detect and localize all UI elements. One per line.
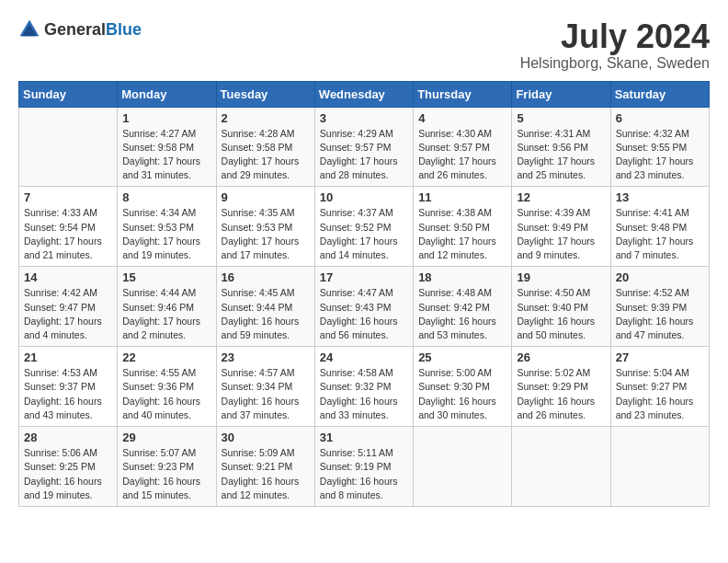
day-of-week-header: Tuesday	[216, 81, 314, 107]
day-info: Sunrise: 5:07 AM Sunset: 9:23 PM Dayligh…	[122, 446, 210, 502]
day-number: 3	[320, 111, 408, 125]
day-info: Sunrise: 4:57 AM Sunset: 9:34 PM Dayligh…	[222, 366, 310, 422]
day-info: Sunrise: 5:11 AM Sunset: 9:19 PM Dayligh…	[320, 446, 408, 502]
day-number: 17	[320, 270, 408, 284]
month-year: July 2024	[520, 18, 710, 55]
day-info: Sunrise: 4:55 AM Sunset: 9:36 PM Dayligh…	[122, 366, 210, 422]
calendar-cell: 26Sunrise: 5:02 AM Sunset: 9:29 PM Dayli…	[512, 347, 610, 427]
day-number: 20	[616, 270, 704, 284]
day-number: 30	[222, 431, 310, 444]
day-number: 15	[122, 270, 210, 284]
day-info: Sunrise: 5:04 AM Sunset: 9:27 PM Dayligh…	[616, 366, 704, 422]
day-number: 5	[517, 111, 605, 125]
day-number: 10	[320, 190, 408, 204]
day-number: 21	[24, 350, 112, 364]
day-info: Sunrise: 5:02 AM Sunset: 9:29 PM Dayligh…	[517, 366, 605, 422]
calendar-cell: 4Sunrise: 4:30 AM Sunset: 9:57 PM Daylig…	[414, 107, 512, 187]
day-info: Sunrise: 4:47 AM Sunset: 9:43 PM Dayligh…	[320, 286, 408, 342]
day-number: 11	[418, 190, 506, 204]
calendar-cell: 30Sunrise: 5:09 AM Sunset: 9:21 PM Dayli…	[216, 427, 314, 507]
day-number: 26	[517, 350, 605, 364]
calendar-cell: 2Sunrise: 4:28 AM Sunset: 9:58 PM Daylig…	[216, 107, 314, 187]
day-number: 27	[616, 350, 704, 364]
calendar-cell: 22Sunrise: 4:55 AM Sunset: 9:36 PM Dayli…	[118, 347, 216, 427]
logo: GeneralBlue	[18, 18, 142, 40]
day-info: Sunrise: 4:38 AM Sunset: 9:50 PM Dayligh…	[418, 206, 506, 262]
day-info: Sunrise: 4:30 AM Sunset: 9:57 PM Dayligh…	[418, 127, 506, 183]
calendar-cell: 9Sunrise: 4:35 AM Sunset: 9:53 PM Daylig…	[216, 187, 314, 267]
day-number: 4	[418, 111, 506, 125]
calendar-cell: 20Sunrise: 4:52 AM Sunset: 9:39 PM Dayli…	[610, 267, 709, 347]
calendar-week-row: 21Sunrise: 4:53 AM Sunset: 9:37 PM Dayli…	[19, 347, 710, 427]
calendar-cell: 17Sunrise: 4:47 AM Sunset: 9:43 PM Dayli…	[314, 267, 413, 347]
day-number: 23	[222, 350, 310, 364]
day-of-week-header: Wednesday	[314, 81, 413, 107]
calendar-cell: 18Sunrise: 4:48 AM Sunset: 9:42 PM Dayli…	[414, 267, 512, 347]
day-info: Sunrise: 4:50 AM Sunset: 9:40 PM Dayligh…	[517, 286, 605, 342]
calendar-cell: 29Sunrise: 5:07 AM Sunset: 9:23 PM Dayli…	[118, 427, 216, 507]
calendar-cell: 27Sunrise: 5:04 AM Sunset: 9:27 PM Dayli…	[610, 347, 709, 427]
day-number: 29	[122, 431, 210, 444]
day-info: Sunrise: 5:06 AM Sunset: 9:25 PM Dayligh…	[24, 446, 112, 502]
day-number: 25	[418, 350, 506, 364]
calendar-cell: 16Sunrise: 4:45 AM Sunset: 9:44 PM Dayli…	[216, 267, 314, 347]
calendar-cell	[414, 427, 512, 507]
day-info: Sunrise: 4:27 AM Sunset: 9:58 PM Dayligh…	[122, 127, 210, 183]
calendar-cell: 25Sunrise: 5:00 AM Sunset: 9:30 PM Dayli…	[414, 347, 512, 427]
day-info: Sunrise: 4:53 AM Sunset: 9:37 PM Dayligh…	[24, 366, 112, 422]
day-info: Sunrise: 4:48 AM Sunset: 9:42 PM Dayligh…	[418, 286, 506, 342]
day-info: Sunrise: 4:28 AM Sunset: 9:58 PM Dayligh…	[222, 127, 310, 183]
calendar-cell: 8Sunrise: 4:34 AM Sunset: 9:53 PM Daylig…	[118, 187, 216, 267]
calendar-week-row: 14Sunrise: 4:42 AM Sunset: 9:47 PM Dayli…	[19, 267, 710, 347]
calendar-cell: 3Sunrise: 4:29 AM Sunset: 9:57 PM Daylig…	[314, 107, 413, 187]
day-info: Sunrise: 4:41 AM Sunset: 9:48 PM Dayligh…	[616, 206, 704, 262]
calendar-cell: 28Sunrise: 5:06 AM Sunset: 9:25 PM Dayli…	[19, 427, 118, 507]
day-info: Sunrise: 4:29 AM Sunset: 9:57 PM Dayligh…	[320, 127, 408, 183]
title-block: July 2024 Helsingborg, Skane, Sweden	[520, 18, 710, 72]
calendar-cell: 19Sunrise: 4:50 AM Sunset: 9:40 PM Dayli…	[512, 267, 610, 347]
day-info: Sunrise: 4:35 AM Sunset: 9:53 PM Dayligh…	[222, 206, 310, 262]
day-of-week-header: Monday	[118, 81, 216, 107]
calendar-cell: 6Sunrise: 4:32 AM Sunset: 9:55 PM Daylig…	[610, 107, 709, 187]
day-number: 9	[222, 190, 310, 204]
day-number: 18	[418, 270, 506, 284]
day-info: Sunrise: 4:31 AM Sunset: 9:56 PM Dayligh…	[517, 127, 605, 183]
day-info: Sunrise: 4:39 AM Sunset: 9:49 PM Dayligh…	[517, 206, 605, 262]
logo-icon	[18, 18, 40, 40]
day-info: Sunrise: 4:34 AM Sunset: 9:53 PM Dayligh…	[122, 206, 210, 262]
day-info: Sunrise: 5:00 AM Sunset: 9:30 PM Dayligh…	[418, 366, 506, 422]
calendar-cell: 10Sunrise: 4:37 AM Sunset: 9:52 PM Dayli…	[314, 187, 413, 267]
day-number: 14	[24, 270, 112, 284]
calendar-cell	[512, 427, 610, 507]
day-info: Sunrise: 4:44 AM Sunset: 9:46 PM Dayligh…	[122, 286, 210, 342]
calendar-cell	[610, 427, 709, 507]
calendar-cell: 5Sunrise: 4:31 AM Sunset: 9:56 PM Daylig…	[512, 107, 610, 187]
day-number: 22	[122, 350, 210, 364]
day-of-week-header: Thursday	[414, 81, 512, 107]
calendar-week-row: 1Sunrise: 4:27 AM Sunset: 9:58 PM Daylig…	[19, 107, 710, 187]
day-info: Sunrise: 4:37 AM Sunset: 9:52 PM Dayligh…	[320, 206, 408, 262]
calendar-cell: 31Sunrise: 5:11 AM Sunset: 9:19 PM Dayli…	[314, 427, 413, 507]
calendar-cell: 12Sunrise: 4:39 AM Sunset: 9:49 PM Dayli…	[512, 187, 610, 267]
calendar-cell: 23Sunrise: 4:57 AM Sunset: 9:34 PM Dayli…	[216, 347, 314, 427]
page-header: GeneralBlue July 2024 Helsingborg, Skane…	[18, 18, 710, 72]
calendar-cell	[19, 107, 118, 187]
calendar-week-row: 28Sunrise: 5:06 AM Sunset: 9:25 PM Dayli…	[19, 427, 710, 507]
calendar-cell: 24Sunrise: 4:58 AM Sunset: 9:32 PM Dayli…	[314, 347, 413, 427]
day-number: 6	[616, 111, 704, 125]
logo-text: GeneralBlue	[44, 20, 142, 40]
day-of-week-header: Saturday	[610, 81, 709, 107]
day-number: 12	[517, 190, 605, 204]
day-number: 28	[24, 431, 112, 444]
day-of-week-header: Sunday	[19, 81, 118, 107]
calendar-cell: 7Sunrise: 4:33 AM Sunset: 9:54 PM Daylig…	[19, 187, 118, 267]
day-number: 1	[122, 111, 210, 125]
calendar-cell: 21Sunrise: 4:53 AM Sunset: 9:37 PM Dayli…	[19, 347, 118, 427]
calendar-cell: 1Sunrise: 4:27 AM Sunset: 9:58 PM Daylig…	[118, 107, 216, 187]
calendar-week-row: 7Sunrise: 4:33 AM Sunset: 9:54 PM Daylig…	[19, 187, 710, 267]
day-number: 24	[320, 350, 408, 364]
logo-blue: Blue	[106, 20, 142, 39]
calendar-cell: 11Sunrise: 4:38 AM Sunset: 9:50 PM Dayli…	[414, 187, 512, 267]
day-info: Sunrise: 4:45 AM Sunset: 9:44 PM Dayligh…	[222, 286, 310, 342]
day-number: 2	[222, 111, 310, 125]
